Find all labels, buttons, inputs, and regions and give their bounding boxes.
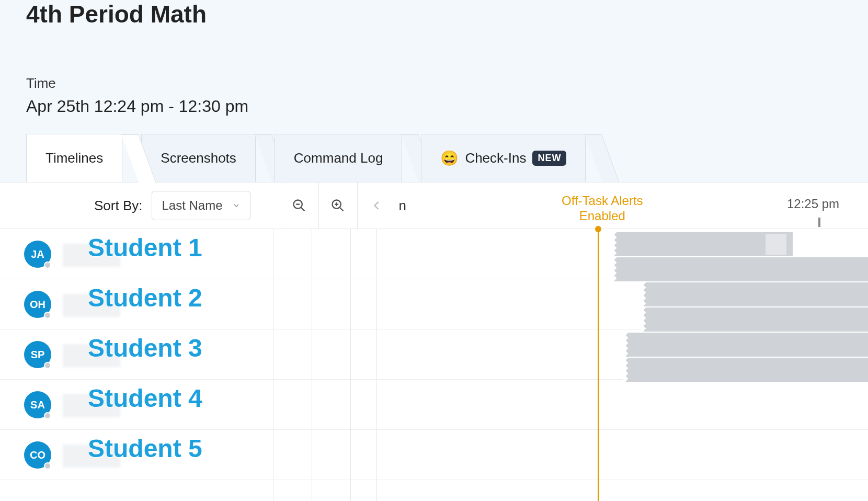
tab-check-ins[interactable]: 😄 Check-Ins NEW — [421, 134, 586, 182]
tab-command-log[interactable]: Command Log — [275, 134, 403, 182]
activity-segment — [766, 234, 786, 255]
sort-by-label: Sort By: — [94, 198, 142, 214]
timeline-grid: JA Student 1 OH Student 2 SP Student 3 — [0, 229, 868, 501]
student-row[interactable]: JA Student 1 — [0, 229, 868, 279]
sort-select-value: Last Name — [162, 198, 222, 213]
activity-bar[interactable] — [629, 333, 868, 357]
new-badge: NEW — [532, 151, 566, 166]
zoom-out-icon — [292, 198, 306, 213]
chevron-down-icon — [232, 201, 241, 210]
sort-select[interactable]: Last Name — [152, 191, 250, 220]
avatar-initials: JA — [31, 248, 44, 260]
student-row[interactable]: CO Student 5 — [0, 430, 868, 480]
student-display-name: Student 5 — [88, 434, 202, 463]
tab-screenshots[interactable]: Screenshots — [141, 134, 256, 182]
offtask-alert-label: Off-Task Alerts Enabled — [562, 193, 643, 224]
page-title: 4th Period Math — [26, 0, 207, 28]
avatar-initials: SA — [30, 399, 45, 411]
zoom-in-icon — [330, 198, 345, 213]
tabs: Timelines Screenshots Command Log 😄 Chec… — [26, 134, 590, 182]
tab-label: Timelines — [45, 150, 103, 166]
activity-bar[interactable] — [617, 232, 793, 256]
avatar-initials: CO — [30, 449, 45, 461]
student-row[interactable]: SP Student 3 — [0, 329, 868, 380]
avatar-initials: SP — [31, 349, 45, 361]
axis-time-label: 12:25 pm — [787, 197, 839, 211]
tab-label: Screenshots — [161, 150, 236, 166]
activity-bar[interactable] — [617, 257, 868, 281]
time-block: Time Apr 25th 12:24 pm - 12:30 pm — [26, 75, 248, 116]
activity-bar[interactable] — [646, 308, 868, 332]
page-root: 4th Period Math Time Apr 25th 12:24 pm -… — [0, 0, 868, 501]
activity-bar[interactable] — [646, 282, 868, 306]
nav-group — [357, 183, 396, 229]
offtask-marker-line — [598, 229, 599, 501]
status-dot — [44, 412, 51, 419]
zoom-group — [280, 183, 357, 229]
student-display-name: Student 4 — [88, 384, 202, 413]
status-dot — [44, 462, 51, 470]
tab-label: Command Log — [294, 150, 383, 166]
prev-button[interactable] — [357, 183, 396, 229]
trailing-text: n — [399, 198, 406, 214]
student-display-name: Student 3 — [88, 334, 202, 362]
svg-line-1 — [301, 208, 305, 211]
chevron-left-icon — [369, 198, 384, 213]
offtask-line2: Enabled — [562, 209, 643, 224]
axis-tick — [818, 218, 820, 227]
offtask-line1: Off-Task Alerts — [562, 193, 643, 209]
zoom-out-button[interactable] — [280, 183, 318, 229]
time-label: Time — [26, 75, 248, 92]
zoom-in-button[interactable] — [318, 183, 357, 229]
status-dot — [44, 362, 51, 369]
smile-icon: 😄 — [440, 150, 459, 167]
student-display-name: Student 2 — [88, 283, 202, 312]
toolbar: Sort By: Last Name n — [0, 182, 868, 229]
student-display-name: Student 1 — [88, 233, 202, 262]
tab-label: Check-Ins — [465, 150, 526, 166]
activity-bar[interactable] — [629, 358, 868, 382]
status-dot — [44, 261, 51, 269]
status-dot — [44, 312, 51, 319]
student-row[interactable]: OH Student 2 — [0, 279, 868, 329]
avatar-initials: OH — [30, 299, 45, 311]
tab-timelines[interactable]: Timelines — [26, 134, 122, 182]
student-row[interactable]: SA Student 4 — [0, 380, 868, 430]
svg-line-4 — [340, 208, 344, 211]
time-range: Apr 25th 12:24 pm - 12:30 pm — [26, 97, 248, 116]
